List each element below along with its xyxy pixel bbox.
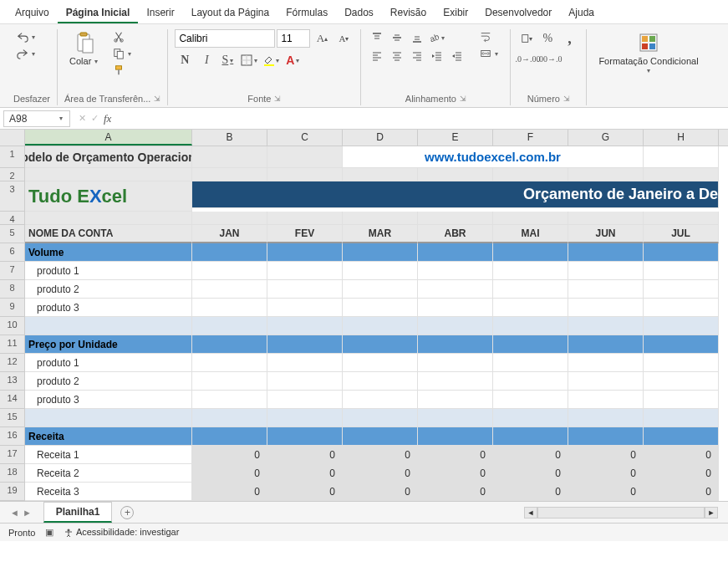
cell[interactable] xyxy=(493,372,568,391)
undo-button[interactable]: ▾ xyxy=(13,29,40,44)
cell[interactable]: 0 xyxy=(568,446,644,464)
col-header-g[interactable]: G xyxy=(568,130,644,146)
cell[interactable] xyxy=(418,262,493,280)
cell[interactable] xyxy=(644,243,719,262)
cell[interactable] xyxy=(568,212,644,225)
cell[interactable] xyxy=(568,243,644,262)
cell[interactable] xyxy=(343,280,418,299)
banner-cell[interactable]: Orçamento de Janeiro a De xyxy=(192,181,719,208)
cell[interactable]: Receita 3 xyxy=(25,483,192,501)
row-header[interactable]: 13 xyxy=(0,372,25,391)
macro-record-icon[interactable]: ▣ xyxy=(45,527,53,538)
cell[interactable] xyxy=(418,354,493,372)
cell[interactable]: 0 xyxy=(418,446,493,464)
cell[interactable] xyxy=(568,391,644,409)
cell[interactable] xyxy=(192,243,267,262)
fill-color-button[interactable]: ▾ xyxy=(262,51,282,69)
cell[interactable]: 0 xyxy=(343,446,418,464)
cell[interactable] xyxy=(267,391,343,409)
cell[interactable] xyxy=(192,262,267,280)
menu-revisao[interactable]: Revisão xyxy=(382,3,435,23)
cell[interactable] xyxy=(568,427,644,446)
accounting-format-button[interactable]: ▾ xyxy=(517,29,536,48)
cell[interactable] xyxy=(267,335,343,354)
cell[interactable]: 0 xyxy=(644,446,719,464)
row-header[interactable]: 5 xyxy=(0,225,25,243)
align-center-button[interactable] xyxy=(388,48,406,64)
bold-button[interactable]: N xyxy=(175,51,195,69)
cell[interactable] xyxy=(493,262,568,280)
cell-jan[interactable]: JAN xyxy=(192,225,267,243)
cell[interactable] xyxy=(192,372,267,391)
cell[interactable] xyxy=(568,372,644,391)
font-name-input[interactable] xyxy=(175,29,275,48)
increase-indent-button[interactable] xyxy=(448,48,466,64)
cell[interactable]: 0 xyxy=(493,446,568,464)
cancel-icon[interactable]: ✕ xyxy=(79,113,86,124)
cell[interactable] xyxy=(343,335,418,354)
cell[interactable] xyxy=(192,409,267,427)
sheet-tab[interactable]: Planilha1 xyxy=(43,502,113,523)
cell[interactable] xyxy=(644,262,719,280)
comma-button[interactable]: , xyxy=(559,29,579,48)
row-header[interactable]: 4 xyxy=(0,212,25,225)
cell[interactable]: 0 xyxy=(192,446,267,464)
row-header[interactable]: 10 xyxy=(0,317,25,335)
cell[interactable] xyxy=(568,262,644,280)
cell[interactable] xyxy=(644,372,719,391)
italic-button[interactable]: I xyxy=(196,51,216,69)
scroll-h-track[interactable] xyxy=(537,507,705,518)
cell[interactable]: Receita 2 xyxy=(25,464,192,483)
cell[interactable] xyxy=(418,212,493,225)
cell[interactable] xyxy=(267,168,343,181)
cell[interactable] xyxy=(644,168,719,181)
add-sheet-button[interactable]: + xyxy=(120,506,134,519)
cell[interactable] xyxy=(568,409,644,427)
align-right-button[interactable] xyxy=(408,48,426,64)
font-color-button[interactable]: A▾ xyxy=(283,51,303,69)
row-header[interactable]: 17 xyxy=(0,446,25,464)
cell-jul[interactable]: JUL xyxy=(644,225,719,243)
cell[interactable] xyxy=(267,280,343,299)
cell[interactable] xyxy=(493,354,568,372)
cell[interactable] xyxy=(343,243,418,262)
align-left-button[interactable] xyxy=(368,48,386,64)
redo-button[interactable]: ▾ xyxy=(13,46,40,61)
cell[interactable] xyxy=(493,243,568,262)
cell[interactable] xyxy=(418,299,493,317)
cell[interactable] xyxy=(644,335,719,354)
cell[interactable] xyxy=(25,317,192,335)
cell-a2[interactable] xyxy=(25,168,192,181)
cell[interactable]: produto 1 xyxy=(25,354,192,372)
cell[interactable] xyxy=(493,299,568,317)
cell[interactable]: 0 xyxy=(568,464,644,483)
cell[interactable]: 0 xyxy=(493,464,568,483)
cell[interactable]: 0 xyxy=(343,464,418,483)
cell[interactable] xyxy=(493,335,568,354)
cell-produto2[interactable]: produto 2 xyxy=(25,280,192,299)
cell[interactable] xyxy=(343,354,418,372)
cell[interactable] xyxy=(568,354,644,372)
cell-produto3[interactable]: produto 3 xyxy=(25,299,192,317)
percent-button[interactable]: % xyxy=(537,29,557,48)
cell[interactable] xyxy=(644,299,719,317)
menu-dados[interactable]: Dados xyxy=(336,3,382,23)
dialog-launcher-icon[interactable]: ⇲ xyxy=(274,94,281,103)
cell[interactable] xyxy=(644,391,719,409)
cell-c1[interactable] xyxy=(267,146,343,168)
formula-input[interactable] xyxy=(116,111,728,126)
fx-icon[interactable]: fx xyxy=(104,112,111,125)
cell[interactable] xyxy=(192,427,267,446)
conditional-formatting-button[interactable]: Formatação Condicional▾ xyxy=(593,29,703,77)
cell[interactable]: 0 xyxy=(418,464,493,483)
cell[interactable] xyxy=(568,317,644,335)
cell-jun[interactable]: JUN xyxy=(568,225,644,243)
cell-b1[interactable] xyxy=(192,146,267,168)
menu-exibir[interactable]: Exibir xyxy=(435,3,476,23)
col-header-d[interactable]: D xyxy=(343,130,418,146)
cell[interactable] xyxy=(568,299,644,317)
cell[interactable] xyxy=(568,280,644,299)
cell[interactable] xyxy=(644,317,719,335)
wrap-text-button[interactable] xyxy=(476,29,503,44)
cell[interactable] xyxy=(192,280,267,299)
